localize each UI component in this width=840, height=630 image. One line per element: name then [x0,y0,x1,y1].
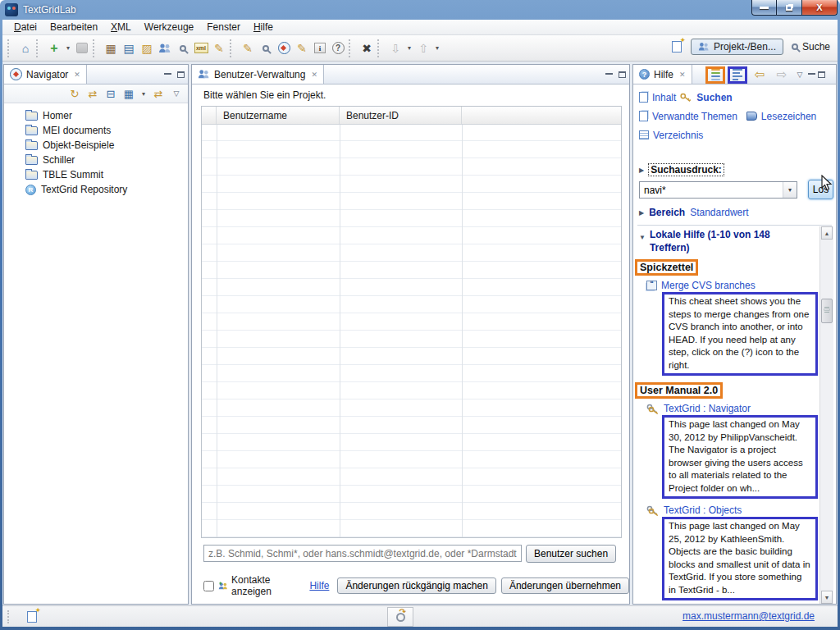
view-menu-icon[interactable]: ▽ [794,66,806,84]
search-expression-header[interactable]: ▶ Suchausdruck: [639,164,724,176]
minimize-view-button[interactable] [164,72,171,75]
apply-changes-button[interactable]: Änderungen übernehmen [501,578,629,594]
metadata-editor-button[interactable]: ✎ [293,39,311,57]
tree-item-mei-documents[interactable]: MEI documents [4,123,188,138]
maximize-view-button[interactable] [177,71,185,78]
minimize-button[interactable] [751,0,777,16]
menu-fenster[interactable]: Fenster [200,21,247,34]
user-search-button[interactable]: Benutzer suchen [526,545,616,563]
tree-mode-button[interactable]: ▦ [121,86,137,101]
tab-benutzer-verwaltung[interactable]: Benutzer-Verwaltung ✕ [192,65,324,84]
maximize-view-button[interactable] [818,71,825,78]
home-button[interactable]: ⌂ [16,39,34,57]
close-button[interactable]: X [802,0,838,16]
user-search-row: Benutzer suchen [192,545,629,564]
info-button[interactable]: i [311,39,329,57]
verwandte-themen-link[interactable]: Verwandte Themen [652,111,737,122]
tab-close-icon[interactable]: ✕ [72,71,80,79]
tab-close-icon[interactable]: ✕ [678,71,686,79]
minimize-view-button[interactable] [808,72,815,75]
save-button[interactable] [73,39,91,57]
user-administration-button[interactable] [156,39,174,57]
menu-bearbeiten[interactable]: Bearbeiten [43,21,104,34]
results-scrollbar[interactable]: ▲ ▼ [819,226,833,604]
result-textgrid-objects[interactable]: TextGrid : Objects [646,504,808,517]
open-perspective-button[interactable] [668,38,686,56]
local-help-header[interactable]: ▼ Lokale Hilfe (1-10 von 148 Treffern) [639,228,803,254]
show-result-categories-button[interactable] [705,66,725,84]
search-expression-combo[interactable]: ▾ [639,181,797,199]
result-link[interactable]: TextGrid : Navigator [664,403,751,414]
menu-hilfe[interactable]: Hilfe [247,21,280,34]
user-account-link[interactable]: max.mustermann@textgrid.de [682,610,815,622]
view-menu-icon[interactable]: ▽ [168,86,185,101]
result-textgrid-navigator[interactable]: TextGrid : Navigator [646,402,808,415]
tab-hilfe[interactable]: ? Hilfe ✕ [633,65,692,84]
menu-xml[interactable]: XML [104,21,138,34]
perspective-projekt-benutzer[interactable]: Projekt-/Ben... [691,39,783,55]
revoke-key-button[interactable]: ✎ [210,39,228,57]
refresh-button[interactable]: ↻ [66,86,83,101]
menu-datei[interactable]: Datei [7,21,43,34]
tree-item-tble-summit[interactable]: TBLE Summit [4,167,188,182]
tree-mode-dropdown[interactable]: ▾ [139,86,148,101]
tree-item-schiller[interactable]: Schiller [4,153,188,167]
tree-item-textgrid-repository[interactable]: RTextGrid Repository [4,182,188,197]
xml-editor-button[interactable]: xml [192,39,210,57]
link-with-editor-button[interactable]: ⇄ [150,86,167,101]
search-results-button[interactable] [257,39,275,57]
image-link-editor-button[interactable]: ▨ [138,39,156,57]
search-button[interactable] [174,39,192,57]
gallery-button[interactable]: ▦ [102,39,120,57]
close-editor-button[interactable]: ✖ [358,39,376,57]
inhalt-link[interactable]: Inhalt [652,92,676,103]
header-benutzer-id[interactable]: Benutzer-ID [340,107,462,124]
tree-item-homer[interactable]: Homer [4,108,188,123]
combo-dropdown-icon[interactable]: ▾ [783,182,797,198]
note-editor-button[interactable]: ✎ [239,39,257,57]
perspective-bar: Projekt-/Ben... Suche [668,38,833,56]
menu-werkzeuge[interactable]: Werkzeuge [138,21,200,34]
new-object-button[interactable]: + [45,39,63,57]
collapse-all-button[interactable]: ⊟ [103,86,119,101]
tab-navigator[interactable]: Navigator ✕ [4,65,87,84]
perspective-suche[interactable]: Suche [788,39,833,54]
search-expression-input[interactable] [640,185,783,196]
export-button[interactable]: ⇧ [414,39,432,57]
lesezeichen-link[interactable]: Lesezeichen [761,111,816,122]
tab-close-icon[interactable]: ✕ [309,71,317,79]
maximize-view-button[interactable] [619,71,626,78]
scope-value-link[interactable]: Standardwert [690,207,748,218]
help-button[interactable]: ? [329,39,347,57]
new-object-dropdown[interactable]: ▾ [63,39,73,57]
toolbar-grip [36,39,42,57]
show-contacts-checkbox[interactable] [203,581,214,591]
import-dropdown[interactable]: ▾ [404,39,414,57]
scroll-up-button[interactable]: ▲ [821,226,833,240]
show-result-descriptions-button[interactable] [728,66,747,84]
minimize-view-button[interactable] [605,72,613,75]
scrollbar-thumb[interactable] [821,299,833,323]
update-status-button[interactable] [387,607,413,627]
tree-item-objekt-beispiele[interactable]: Objekt-Beispiele [4,138,188,153]
back-button[interactable]: ⇦ [750,66,769,84]
export-dropdown[interactable]: ▾ [432,39,442,57]
help-link[interactable]: Hilfe [309,580,329,591]
verzeichnis-link[interactable]: Verzeichnis [653,130,703,141]
result-merge-cvs[interactable]: ❝ Merge CVS branches [646,279,808,292]
fast-view-icon[interactable] [27,611,37,623]
users-table[interactable]: Benutzername Benutzer-ID [201,106,622,538]
user-search-input[interactable] [203,545,522,562]
result-link[interactable]: Merge CVS branches [661,280,756,291]
scroll-down-button[interactable]: ▼ [821,591,833,604]
import-button[interactable]: ⇩ [386,39,404,57]
suchen-link[interactable]: Suchen [696,92,732,103]
forward-button[interactable]: ⇨ [772,66,792,84]
header-benutzername[interactable]: Benutzername [217,107,340,124]
dictionary-button[interactable]: ▤ [120,39,138,57]
result-link[interactable]: TextGrid : Objects [664,504,742,516]
undo-changes-button[interactable]: Änderungen rückgängig machen [337,578,495,594]
swap-view-button[interactable]: ⇄ [84,86,101,101]
navigator-button[interactable] [275,39,293,57]
restore-button[interactable] [777,0,802,16]
